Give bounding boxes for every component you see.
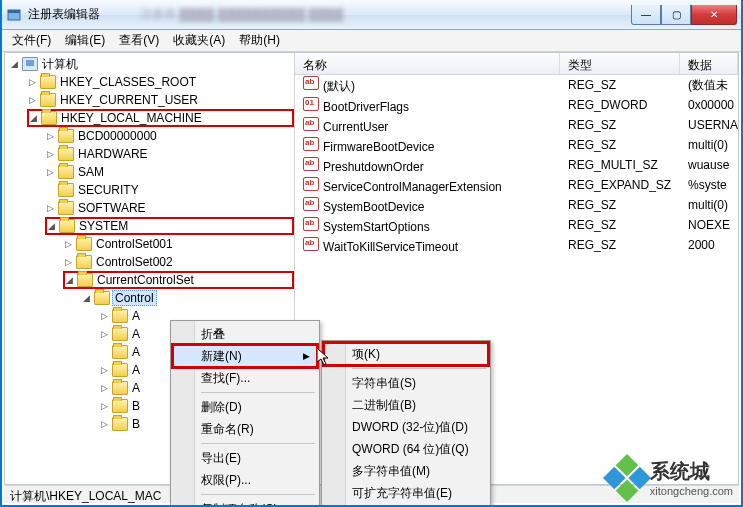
ctx-find[interactable]: 查找(F)... [173, 367, 317, 389]
value-type: REG_SZ [560, 216, 680, 234]
value-data: (数值未 [680, 75, 738, 96]
expander-icon[interactable] [99, 347, 110, 358]
value-type: REG_SZ [560, 236, 680, 254]
ctx-new-key[interactable]: 项(K) [324, 343, 488, 365]
tree-cs1[interactable]: ▷ControlSet001 [63, 235, 294, 253]
folder-icon [112, 309, 128, 323]
expander-icon[interactable]: ▷ [99, 365, 110, 376]
ctx-collapse[interactable]: 折叠 [173, 323, 317, 345]
watermark-url: xitongcheng.com [650, 485, 733, 497]
value-name: (默认) [323, 79, 355, 93]
tree-hkcu[interactable]: ▷HKEY_CURRENT_USER [27, 91, 294, 109]
expander-icon[interactable]: ▷ [27, 77, 38, 88]
ctx-new[interactable]: 新建(N)▶ [173, 345, 317, 367]
list-header: 名称 类型 数据 [295, 53, 738, 75]
expander-icon[interactable]: ▷ [45, 131, 56, 142]
tree-security[interactable]: SECURITY [45, 181, 294, 199]
list-row[interactable]: PreshutdownOrderREG_MULTI_SZwuause [295, 155, 738, 175]
tree-label: B [130, 417, 142, 431]
ctx-copy-key-name[interactable]: 复制项名称(C) [173, 498, 317, 507]
ctx-new-string[interactable]: 字符串值(S) [324, 372, 488, 394]
ctx-rename[interactable]: 重命名(R) [173, 418, 317, 440]
window-caption-blurred: 注册表 ▓▓▓▓ ▓▓▓▓▓▓▓▓▓▓ ▓▓▓▓ [140, 6, 631, 23]
expander-icon[interactable] [45, 185, 56, 196]
tree-bcd[interactable]: ▷BCD00000000 [45, 127, 294, 145]
folder-icon [58, 201, 74, 215]
expander-icon[interactable]: ▷ [63, 239, 74, 250]
expander-icon[interactable]: ▷ [45, 149, 56, 160]
tree-sam[interactable]: ▷SAM [45, 163, 294, 181]
watermark-logo-icon [603, 453, 651, 501]
expander-icon[interactable]: ▷ [99, 311, 110, 322]
ctx-new-qword[interactable]: QWORD (64 位)值(Q) [324, 438, 488, 460]
list-row[interactable]: SystemStartOptionsREG_SZ NOEXE [295, 215, 738, 235]
list-row[interactable]: BootDriverFlagsREG_DWORD0x00000 [295, 95, 738, 115]
value-type: REG_SZ [560, 196, 680, 214]
list-row[interactable]: WaitToKillServiceTimeoutREG_SZ2000 [295, 235, 738, 255]
expander-icon[interactable]: ▷ [63, 257, 74, 268]
expander-icon[interactable]: ▷ [99, 419, 110, 430]
value-type: REG_SZ [560, 76, 680, 94]
tree-hardware[interactable]: ▷HARDWARE [45, 145, 294, 163]
expander-icon[interactable]: ◢ [46, 221, 57, 232]
ctx-new-multi[interactable]: 多字符串值(M) [324, 460, 488, 482]
separator [201, 443, 315, 444]
expander-icon[interactable]: ▷ [27, 95, 38, 106]
folder-icon [40, 93, 56, 107]
tree-cs2[interactable]: ▷ControlSet002 [63, 253, 294, 271]
close-button[interactable]: ✕ [691, 5, 737, 25]
ctx-export[interactable]: 导出(E) [173, 447, 317, 469]
value-data: 2000 [680, 236, 738, 254]
value-type: REG_MULTI_SZ [560, 156, 680, 174]
tree-hklm[interactable]: ◢HKEY_LOCAL_MACHINE [27, 109, 294, 127]
maximize-button[interactable]: ▢ [661, 5, 691, 25]
tree-hkcr[interactable]: ▷HKEY_CLASSES_ROOT [27, 73, 294, 91]
tree-root[interactable]: ◢ 计算机 [9, 55, 294, 73]
folder-icon [112, 381, 128, 395]
menu-file[interactable]: 文件(F) [6, 30, 57, 51]
ctx-new-expand[interactable]: 可扩充字符串值(E) [324, 482, 488, 504]
minimize-button[interactable]: — [631, 5, 661, 25]
separator [201, 392, 315, 393]
list-row[interactable]: SystemBootDeviceREG_SZmulti(0) [295, 195, 738, 215]
column-name[interactable]: 名称 [295, 53, 560, 74]
computer-icon [22, 57, 38, 71]
menu-edit[interactable]: 编辑(E) [59, 30, 111, 51]
tree-system[interactable]: ◢SYSTEM [45, 217, 294, 235]
tree-control[interactable]: ◢Control [81, 289, 294, 307]
expander-icon[interactable]: ▷ [45, 167, 56, 178]
expander-icon[interactable]: ◢ [9, 59, 20, 70]
app-icon [6, 7, 22, 23]
value-name: SystemStartOptions [323, 220, 430, 234]
ctx-delete[interactable]: 删除(D) [173, 396, 317, 418]
list-row[interactable]: (默认)REG_SZ(数值未 [295, 75, 738, 95]
expander-icon[interactable]: ◢ [64, 275, 75, 286]
value-name: SystemBootDevice [323, 200, 424, 214]
expander-icon[interactable]: ▷ [99, 383, 110, 394]
tree-label: SYSTEM [77, 219, 130, 233]
list-row[interactable]: CurrentUserREG_SZUSERNA [295, 115, 738, 135]
menu-favorites[interactable]: 收藏夹(A) [167, 30, 231, 51]
expander-icon[interactable]: ◢ [81, 293, 92, 304]
column-data[interactable]: 数据 [680, 53, 738, 74]
folder-icon [58, 147, 74, 161]
list-row[interactable]: ServiceControlManagerExtensionREG_EXPAND… [295, 175, 738, 195]
ctx-permissions[interactable]: 权限(P)... [173, 469, 317, 491]
tree-label: HKEY_LOCAL_MACHINE [59, 111, 204, 125]
ctx-new-dword[interactable]: DWORD (32-位)值(D) [324, 416, 488, 438]
tree-currentcontrolset[interactable]: ◢CurrentControlSet [63, 271, 294, 289]
menu-view[interactable]: 查看(V) [113, 30, 165, 51]
folder-icon [58, 183, 74, 197]
expander-icon[interactable]: ◢ [28, 113, 39, 124]
value-data: NOEXE [680, 216, 738, 234]
tree-label: ControlSet002 [94, 255, 175, 269]
value-type: REG_SZ [560, 116, 680, 134]
list-row[interactable]: FirmwareBootDeviceREG_SZmulti(0) [295, 135, 738, 155]
tree-software[interactable]: ▷SOFTWARE [45, 199, 294, 217]
expander-icon[interactable]: ▷ [99, 329, 110, 340]
expander-icon[interactable]: ▷ [45, 203, 56, 214]
column-type[interactable]: 类型 [560, 53, 680, 74]
expander-icon[interactable]: ▷ [99, 401, 110, 412]
ctx-new-binary[interactable]: 二进制值(B) [324, 394, 488, 416]
menu-help[interactable]: 帮助(H) [233, 30, 286, 51]
